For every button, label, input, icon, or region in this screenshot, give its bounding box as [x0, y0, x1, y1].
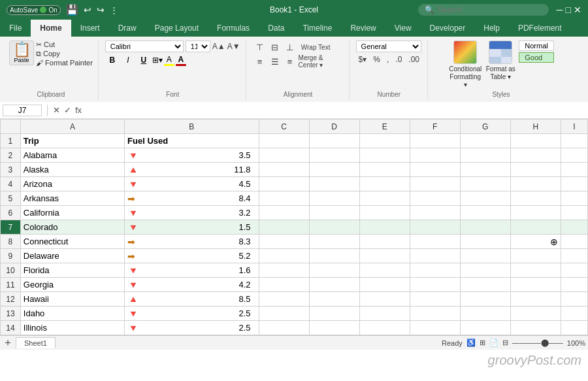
align-left-button[interactable]: ≡: [253, 55, 267, 68]
cell-H8[interactable]: ⊕: [510, 235, 561, 249]
cell-D4[interactable]: [309, 177, 359, 191]
search-bar[interactable]: 🔍: [418, 4, 549, 16]
cell-D9[interactable]: [309, 249, 359, 263]
cell-C3[interactable]: [259, 163, 309, 177]
cell-B4[interactable]: 🔻4.5: [125, 177, 259, 191]
close-icon[interactable]: ✕: [574, 5, 581, 15]
cell-G14[interactable]: [460, 321, 510, 335]
cell-E9[interactable]: [359, 249, 410, 263]
row-number[interactable]: 12: [1, 292, 21, 306]
cell-C10[interactable]: [259, 263, 309, 278]
col-header-A[interactable]: A: [20, 120, 124, 134]
cell-I6[interactable]: [561, 206, 587, 220]
cell-I2[interactable]: [561, 148, 587, 163]
cell-B7[interactable]: 🔻1.5: [125, 220, 259, 235]
cell-H13[interactable]: [510, 306, 561, 321]
cell-F14[interactable]: [410, 321, 460, 335]
cell-C13[interactable]: [259, 306, 309, 321]
cell-C12[interactable]: [259, 292, 309, 306]
tab-data[interactable]: Data: [259, 20, 293, 37]
underline-button[interactable]: U: [137, 54, 151, 67]
cell-D14[interactable]: [309, 321, 359, 335]
cell-D7[interactable]: [309, 220, 359, 235]
cut-button[interactable]: ✂ Cut: [36, 41, 93, 49]
cell-F4[interactable]: [410, 177, 460, 191]
cell-I4[interactable]: [561, 177, 587, 191]
row-number[interactable]: 13: [1, 306, 21, 321]
col-header-H[interactable]: H: [510, 120, 561, 134]
confirm-formula-icon[interactable]: ✓: [64, 105, 71, 115]
cell-G13[interactable]: [460, 306, 510, 321]
decrease-font-size-button[interactable]: A▼: [227, 42, 240, 51]
cell-H11[interactable]: [510, 278, 561, 292]
cell-H14[interactable]: [510, 321, 561, 335]
cell-G8[interactable]: [460, 235, 510, 249]
col-header-C[interactable]: C: [259, 120, 309, 134]
cell-B6[interactable]: 🔻3.2: [125, 206, 259, 220]
cell-F6[interactable]: [410, 206, 460, 220]
cell-E10[interactable]: [359, 263, 410, 278]
good-style-button[interactable]: Good: [519, 52, 553, 63]
cancel-formula-icon[interactable]: ✕: [53, 105, 60, 115]
cell-F11[interactable]: [410, 278, 460, 292]
row-number[interactable]: 10: [1, 263, 21, 278]
cell-I13[interactable]: [561, 306, 587, 321]
cell-D10[interactable]: [309, 263, 359, 278]
cell-H6[interactable]: [510, 206, 561, 220]
cell-H3[interactable]: [510, 163, 561, 177]
paste-button[interactable]: 📋 Paste: [9, 41, 34, 65]
cell-A7[interactable]: Colorado: [20, 220, 124, 235]
cell-H5[interactable]: [510, 191, 561, 206]
tab-file[interactable]: File: [0, 20, 31, 37]
cell-A10[interactable]: Florida: [20, 263, 124, 278]
formula-input[interactable]: [84, 106, 585, 115]
cell-reference-box[interactable]: [3, 105, 42, 116]
tab-home[interactable]: Home: [31, 20, 71, 37]
align-right-button[interactable]: ≡: [283, 55, 297, 68]
cell-A9[interactable]: Delaware: [20, 249, 124, 263]
undo-icon[interactable]: ↩: [84, 5, 91, 15]
cell-C1[interactable]: [259, 134, 309, 148]
search-input[interactable]: [438, 5, 536, 14]
row-number[interactable]: 4: [1, 177, 21, 191]
cell-H10[interactable]: [510, 263, 561, 278]
cell-C14[interactable]: [259, 321, 309, 335]
cell-G5[interactable]: [460, 191, 510, 206]
cell-E2[interactable]: [359, 148, 410, 163]
cell-B10[interactable]: 🔻1.6: [125, 263, 259, 278]
cell-G3[interactable]: [460, 163, 510, 177]
cell-B3[interactable]: 🔺11.8: [125, 163, 259, 177]
col-header-I[interactable]: I: [561, 120, 587, 134]
cell-E6[interactable]: [359, 206, 410, 220]
merge-center-button[interactable]: Merge & Center ▾: [298, 55, 344, 68]
accessibility-icon[interactable]: ♿: [466, 339, 476, 347]
cell-A1[interactable]: Trip: [20, 134, 124, 148]
font-color-button[interactable]: A: [176, 55, 186, 66]
cell-E14[interactable]: [359, 321, 410, 335]
cell-E5[interactable]: [359, 191, 410, 206]
normal-style-button[interactable]: Normal: [519, 41, 553, 51]
tab-timeline[interactable]: Timeline: [293, 20, 341, 37]
sheet1-tab[interactable]: Sheet1: [16, 337, 56, 348]
cell-C8[interactable]: [259, 235, 309, 249]
cell-B8[interactable]: ➡8.3: [125, 235, 259, 249]
tab-help[interactable]: Help: [474, 20, 509, 37]
row-number[interactable]: 2: [1, 148, 21, 163]
cell-G1[interactable]: [460, 134, 510, 148]
cell-I7[interactable]: [561, 220, 587, 235]
cell-F2[interactable]: [410, 148, 460, 163]
page-layout-icon[interactable]: 📄: [489, 339, 498, 347]
cell-B14[interactable]: 🔻2.5: [125, 321, 259, 335]
row-number[interactable]: 5: [1, 191, 21, 206]
wrap-text-button[interactable]: Wrap Text: [298, 41, 334, 54]
cell-B12[interactable]: 🔺8.5: [125, 292, 259, 306]
align-center-button[interactable]: ☰: [268, 55, 282, 68]
cell-F13[interactable]: [410, 306, 460, 321]
cell-E12[interactable]: [359, 292, 410, 306]
cell-H2[interactable]: [510, 148, 561, 163]
cell-D8[interactable]: [309, 235, 359, 249]
cell-D12[interactable]: [309, 292, 359, 306]
comma-button[interactable]: ,: [384, 54, 391, 65]
tab-draw[interactable]: Draw: [109, 20, 146, 37]
cell-G11[interactable]: [460, 278, 510, 292]
